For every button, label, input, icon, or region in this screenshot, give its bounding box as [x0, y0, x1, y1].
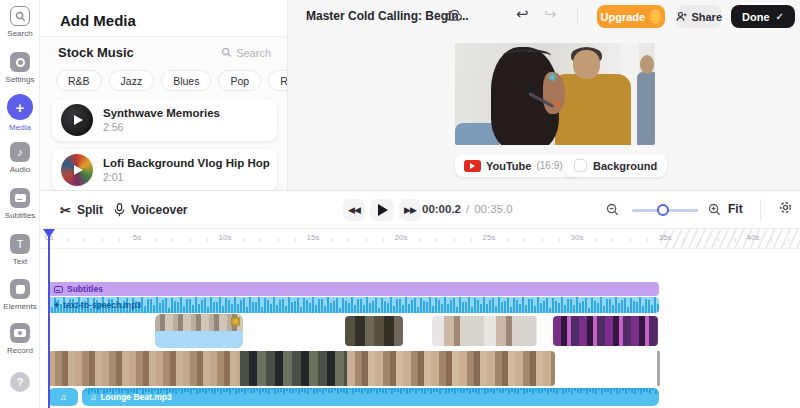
- sidebar-item-media[interactable]: + Media: [0, 94, 40, 132]
- gear-icon: [778, 200, 793, 215]
- genre-pills: R&B Jazz Blues Pop Rock •••: [40, 60, 287, 91]
- play-icon[interactable]: [74, 165, 83, 175]
- sidebar-item-elements[interactable]: Elements: [0, 279, 40, 311]
- stock-search-button[interactable]: Search: [221, 47, 271, 59]
- genre-pill-jazz[interactable]: Jazz: [109, 70, 155, 91]
- scissors-icon: ✂: [60, 203, 71, 218]
- video-clip-segment[interactable]: [240, 351, 347, 386]
- music-audio-track[interactable]: ♫ Lounge Beat.mp3: [82, 388, 659, 406]
- music-item[interactable]: Lofi Background Vlog Hip Hop 2:01: [52, 149, 277, 190]
- zoom-slider[interactable]: [632, 209, 698, 212]
- upgrade-label: Upgrade: [601, 11, 646, 23]
- stage: Master Cold Calling: Begin... ↩ ↪ Upgrad…: [288, 0, 800, 190]
- sidebar-item-audio[interactable]: ♪ Audio: [0, 142, 40, 174]
- aspect-label: (16:9): [536, 160, 562, 171]
- current-time: 00:00.2: [422, 203, 461, 215]
- sidebar-label: Subtitles: [5, 211, 36, 220]
- play-button[interactable]: [370, 199, 394, 221]
- music-note-icon: ♫: [60, 392, 67, 402]
- help-button[interactable]: ?: [10, 372, 30, 392]
- play-icon: [378, 204, 388, 216]
- playhead-handle[interactable]: [43, 229, 55, 238]
- zoom-slider-knob[interactable]: [657, 204, 669, 216]
- play-icon[interactable]: [74, 115, 83, 125]
- video-editor-app: Search Settings + Media ♪ Audio Subtitle…: [0, 0, 800, 408]
- timeline-toolbar: ✂ Split Voiceover ◀◀ ▶▶ 00:00.2 / 00:35.…: [40, 191, 800, 229]
- clip-selection-area: [155, 331, 243, 348]
- video-preview[interactable]: ✳: [455, 43, 655, 145]
- sidebar-label: Audio: [10, 165, 30, 174]
- total-time: 00:35.0: [474, 203, 512, 215]
- format-label: YouTube: [486, 160, 531, 172]
- done-button[interactable]: Done ✓: [731, 5, 795, 28]
- overlay-clip-1[interactable]: [155, 314, 243, 348]
- fast-forward-button[interactable]: ▶▶: [399, 199, 421, 221]
- subtitles-track-label: Subtitles: [67, 284, 103, 294]
- lightning-icon: ⚡: [650, 9, 661, 24]
- genre-pill-rnb[interactable]: R&B: [56, 70, 102, 91]
- background-swatch: [574, 159, 587, 172]
- microphone-icon: [114, 203, 125, 217]
- collapsed-clip[interactable]: [657, 351, 660, 386]
- subtitles-icon: [10, 188, 30, 208]
- undo-button[interactable]: ↩: [516, 5, 529, 23]
- video-clip-segment[interactable]: [347, 351, 555, 386]
- sidebar-item-text[interactable]: T Text: [0, 234, 40, 266]
- subtitles-track[interactable]: Subtitles: [48, 282, 659, 296]
- search-icon: [221, 47, 232, 58]
- share-label: Share: [691, 11, 722, 23]
- timeline: ✂ Split Voiceover ◀◀ ▶▶ 00:00.2 / 00:35.…: [40, 190, 800, 408]
- elements-icon: [10, 279, 30, 299]
- man-head: [573, 50, 600, 79]
- aspect-ratio-button[interactable]: YouTube (16:9) ▾: [455, 154, 581, 177]
- add-media-icon: +: [7, 94, 33, 120]
- overlay-clip-3[interactable]: [432, 316, 537, 346]
- clip-thumbnails: [155, 314, 243, 331]
- camera-icon: [10, 323, 30, 343]
- album-art: [61, 104, 93, 136]
- cloud-saved-icon: [446, 8, 463, 26]
- timeline-settings-button[interactable]: [778, 200, 793, 219]
- icon-rail: Search Settings + Media ♪ Audio Subtitle…: [0, 0, 40, 408]
- music-item[interactable]: Synthwave Memories 2:56: [52, 99, 277, 141]
- playhead-line[interactable]: [48, 231, 50, 408]
- album-art: [61, 154, 93, 186]
- main-video-track[interactable]: [48, 351, 555, 386]
- timeline-ruler[interactable]: 0s5s10s15s20s25s30s35s40s: [40, 229, 800, 249]
- man-mustard-shirt: [555, 74, 631, 145]
- split-button[interactable]: ✂ Split: [60, 200, 103, 220]
- zoom-in-button[interactable]: [708, 202, 721, 220]
- voiceover-button[interactable]: Voiceover: [114, 200, 187, 220]
- tts-audio-track[interactable]: ✦ text-to-speech.mp3: [48, 297, 659, 313]
- overlay-clip-2[interactable]: [345, 316, 403, 346]
- music-track-label: Lounge Beat.mp3: [100, 392, 171, 402]
- project-title: Master Cold Calling: Begin...: [306, 9, 469, 23]
- genre-pill-pop[interactable]: Pop: [218, 70, 261, 91]
- genre-pill-blues[interactable]: Blues: [161, 70, 211, 91]
- person-add-icon: [676, 11, 687, 22]
- sidebar-item-subtitles[interactable]: Subtitles: [0, 188, 40, 220]
- audio-clip-short[interactable]: ♫: [48, 388, 78, 406]
- upgrade-button[interactable]: Upgrade ⚡: [597, 5, 665, 28]
- overlay-clip-4[interactable]: [553, 316, 658, 346]
- split-label: Split: [77, 203, 103, 217]
- rewind-button[interactable]: ◀◀: [343, 199, 365, 221]
- genre-pill-rock[interactable]: Rock: [268, 70, 287, 91]
- voiceover-label: Voiceover: [131, 203, 187, 217]
- sidebar-item-settings[interactable]: Settings: [0, 52, 40, 84]
- share-button[interactable]: Share: [676, 5, 722, 28]
- zoom-out-button[interactable]: [606, 202, 619, 220]
- redo-button[interactable]: ↪: [544, 5, 557, 23]
- background-label: Background: [593, 160, 657, 172]
- sidebar-item-search[interactable]: Search: [0, 6, 40, 38]
- video-clip-segment[interactable]: [48, 351, 240, 386]
- sidebar-label: Text: [13, 257, 28, 266]
- music-duration: 2:01: [103, 171, 270, 183]
- fit-button[interactable]: Fit: [728, 202, 743, 216]
- music-title: Synthwave Memories: [103, 107, 220, 119]
- sidebar-label: Search: [7, 29, 32, 38]
- search-label: Search: [236, 47, 271, 59]
- check-icon: ✓: [776, 11, 784, 22]
- background-button[interactable]: Background: [564, 154, 667, 177]
- sidebar-item-record[interactable]: Record: [0, 323, 40, 355]
